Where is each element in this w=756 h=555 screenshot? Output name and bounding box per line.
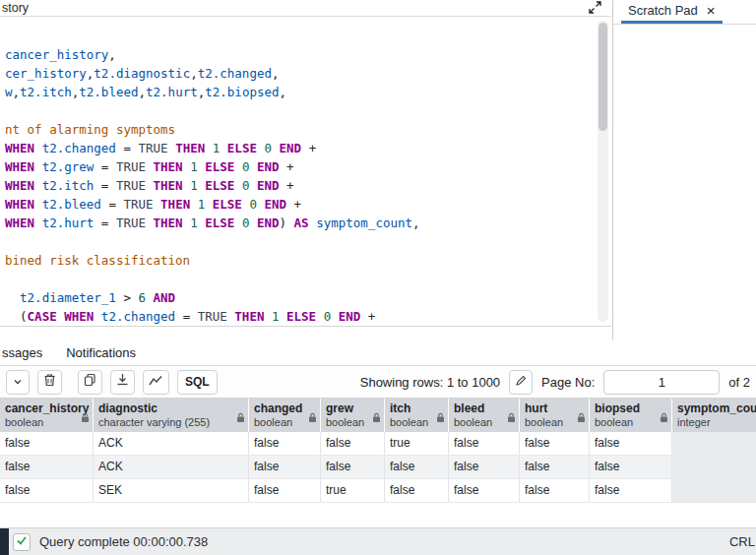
table-cell[interactable]: true: [321, 479, 385, 502]
table-cell[interactable]: false: [321, 456, 385, 478]
table-cell[interactable]: false: [385, 479, 449, 502]
table-cell[interactable]: false: [249, 479, 321, 502]
column-type: boolean: [390, 416, 434, 429]
code-line: [5, 232, 611, 251]
code-line: WHEN t2.itch = TRUE THEN 1 ELSE 0 END +: [5, 176, 611, 195]
table-cell[interactable]: false: [590, 456, 672, 478]
sql-editor[interactable]: cancer_history,cer_history,t2.diagnostic…: [0, 18, 611, 327]
table-cell[interactable]: false: [249, 456, 321, 478]
scratch-pad-tab-label: Scratch Pad: [628, 3, 698, 18]
code-line: cancer_history,: [5, 45, 611, 64]
edit-data-button[interactable]: [509, 370, 533, 395]
column-header-biopsed[interactable]: biopsedboolean: [590, 399, 672, 432]
tab-notifications[interactable]: Notifications: [66, 345, 136, 360]
scratchpad-tabbar: Scratch Pad ×: [613, 0, 756, 25]
result-toolbar: SQL Showing rows: 1 to 1000 Page No: of …: [0, 365, 756, 399]
table-cell[interactable]: SEK: [94, 479, 249, 502]
app-corner-strip: [0, 528, 9, 555]
table-cell[interactable]: true: [385, 432, 449, 455]
code-line: cer_history,t2.diagnostic,t2.changed,: [5, 64, 611, 83]
table-row: falseACKfalsefalsefalsefalsefalsefalse: [0, 456, 756, 479]
page-total-label: of 2: [728, 375, 750, 390]
show-sql-button[interactable]: SQL: [177, 370, 218, 395]
table-cell[interactable]: false: [520, 479, 590, 502]
table-cell[interactable]: false: [520, 432, 590, 455]
editor-scrollbar[interactable]: [598, 21, 608, 322]
editor-pane: story cancer_history,cer_history,t2.diag…: [0, 0, 611, 339]
table-cell[interactable]: false: [249, 432, 321, 455]
code-line: WHEN t2.bleed = TRUE THEN 1 ELSE 0 END +: [5, 195, 611, 214]
maximize-icon: [589, 1, 601, 17]
lock-icon: [507, 409, 516, 427]
tab-scratch-pad[interactable]: Scratch Pad ×: [621, 0, 723, 24]
delete-row-button[interactable]: [37, 370, 62, 395]
close-icon[interactable]: ×: [707, 3, 716, 18]
lock-icon: [236, 409, 245, 427]
table-cell[interactable]: false: [385, 456, 449, 478]
line-ending-indicator: CRL: [729, 534, 755, 549]
column-name: biopsed: [595, 401, 658, 416]
table-cell[interactable]: false: [449, 432, 520, 455]
table-cell[interactable]: false: [449, 479, 520, 502]
column-type: boolean: [454, 416, 505, 429]
code-line: w,t2.itch,t2.bleed,t2.hurt,t2.biopsed,: [5, 83, 611, 101]
trash-icon: [43, 373, 56, 391]
column-header-hurt[interactable]: hurtboolean: [520, 399, 590, 432]
code-line: WHEN t2.hurt = TRUE THEN 1 ELSE 0 END) A…: [5, 214, 611, 232]
tab-messages[interactable]: ssages: [0, 345, 42, 360]
table-cell[interactable]: [672, 456, 756, 478]
column-header-bleed[interactable]: bleedboolean: [449, 399, 520, 432]
query-complete-message: Query complete 00:00:00.738: [39, 534, 208, 549]
status-bar: Query complete 00:00:00.738 CRL: [0, 527, 756, 555]
query-success-indicator: [13, 533, 31, 551]
limit-dropdown-button[interactable]: [6, 370, 30, 395]
table-cell[interactable]: false: [321, 432, 385, 455]
table-cell[interactable]: false: [590, 432, 672, 455]
table-cell[interactable]: false: [520, 456, 590, 478]
column-type: integer: [677, 416, 748, 429]
table-cell[interactable]: ACK: [94, 456, 249, 478]
maximize-panel-button[interactable]: [588, 2, 601, 16]
graph-visualiser-button[interactable]: [143, 370, 169, 395]
grid-header: cancer_historybooleandiagnosticcharacter…: [0, 399, 756, 432]
column-header-itch[interactable]: itchboolean: [385, 399, 449, 432]
copy-rows-button[interactable]: [78, 370, 102, 395]
page-number-input[interactable]: [603, 370, 720, 395]
code-line: WHEN t2.changed = TRUE THEN 1 ELSE 0 END…: [5, 139, 611, 157]
download-results-button[interactable]: [110, 370, 135, 395]
table-cell[interactable]: ACK: [94, 432, 249, 455]
editor-scrollbar-thumb[interactable]: [598, 23, 607, 131]
column-type: boolean: [525, 416, 575, 429]
table-cell[interactable]: [672, 432, 756, 455]
column-header-symptom_cou[interactable]: symptom_couinteger: [672, 399, 756, 432]
table-cell[interactable]: false: [0, 432, 94, 455]
code-line: (CASE WHEN t2.changed = TRUE THEN 1 ELSE…: [5, 307, 611, 326]
results-panel: ssages Notifications: [0, 339, 756, 555]
column-header-diagnostic[interactable]: diagnosticcharacter varying (255): [94, 399, 249, 432]
lock-icon: [372, 409, 381, 427]
table-cell[interactable]: [672, 479, 756, 502]
column-header-changed[interactable]: changedboolean: [249, 399, 321, 432]
column-header-cancer_history[interactable]: cancer_historyboolean: [0, 399, 94, 432]
scratchpad-body[interactable]: [613, 25, 756, 336]
column-type: boolean: [326, 416, 370, 429]
pagination-controls: Showing rows: 1 to 1000 Page No: of 2: [360, 370, 750, 395]
table-row: falseSEKfalsetruefalsefalsefalsefalse: [0, 479, 756, 503]
lock-icon: [308, 409, 317, 427]
tab-query-history[interactable]: story: [2, 1, 29, 15]
chart-line-icon: [149, 373, 163, 391]
column-header-grew[interactable]: grewboolean: [321, 399, 385, 432]
sql-editor-code[interactable]: cancer_history,cer_history,t2.diagnostic…: [0, 18, 611, 326]
download-icon: [116, 373, 129, 391]
result-tabs: ssages Notifications: [0, 339, 756, 365]
chevron-down-icon: [13, 373, 23, 391]
page-no-label: Page No:: [541, 375, 595, 390]
table-cell[interactable]: false: [0, 456, 94, 478]
table-cell[interactable]: false: [449, 456, 520, 478]
table-cell[interactable]: false: [0, 479, 94, 502]
column-type: character varying (255): [98, 416, 234, 429]
lock-icon: [577, 409, 586, 427]
column-name: itch: [390, 401, 434, 416]
pencil-icon: [515, 375, 527, 390]
table-cell[interactable]: false: [590, 479, 672, 502]
